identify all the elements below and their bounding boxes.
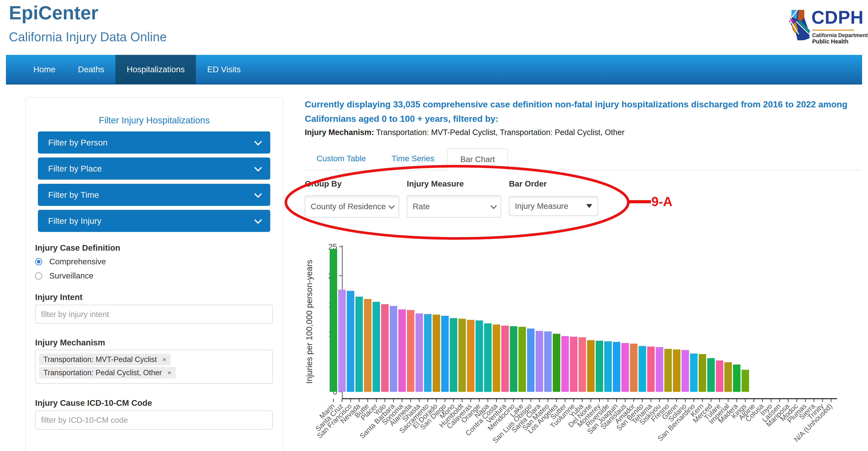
- mechanism-tag: Transportation: Pedal Cyclist, Other ×: [39, 367, 176, 379]
- accordion-filter-by-time[interactable]: Filter by Time: [38, 184, 270, 206]
- injury-measure-value: Rate: [413, 202, 430, 211]
- group-by-label: Group By: [305, 179, 342, 188]
- tab-time-series[interactable]: Time Series: [388, 154, 438, 163]
- active-filters-line: Injury Mechanism: Transportation: MVT-Pe…: [305, 128, 625, 137]
- active-filter-label: Injury Mechanism:: [305, 128, 374, 137]
- chevron-down-icon: [254, 216, 262, 224]
- injury-mechanism-multiselect[interactable]: Transportation: MVT-Pedal Cyclist × Tran…: [35, 350, 273, 384]
- injury-measure-label: Injury Measure: [407, 179, 464, 188]
- bar-chart: 0510152025Injuries per 100,000 person-ye…: [304, 244, 860, 451]
- injury-intent-label: Injury Intent: [35, 293, 83, 302]
- icd-code-input[interactable]: [35, 411, 273, 429]
- filter-panel: Filter Injury Hospitalizations Filter by…: [25, 97, 283, 451]
- logo-org-line1: California Department of: [812, 32, 868, 38]
- injury-intent-input[interactable]: [35, 305, 273, 324]
- chevron-down-icon: [254, 190, 262, 198]
- accordion-label: Filter by Place: [48, 164, 102, 174]
- bar-order-value: Injury Measure: [515, 202, 568, 211]
- tag-text: Transportation: MVT-Pedal Cyclist: [43, 355, 157, 364]
- nav-item-hospitalizations[interactable]: Hospitalizations: [115, 55, 196, 84]
- nav-item-ed-visits[interactable]: ED Visits: [196, 55, 252, 84]
- chevron-down-icon: [389, 203, 395, 209]
- group-by-select[interactable]: County of Residence: [305, 196, 399, 217]
- accordion-filter-by-person[interactable]: Filter by Person: [38, 131, 270, 154]
- page-subtitle: California Injury Data Online: [9, 30, 167, 44]
- bar-order-dropdown[interactable]: Injury Measure: [509, 196, 598, 216]
- logo-divider: [812, 30, 854, 31]
- active-filter-value: Transportation: MVT-Pedal Cyclist, Trans…: [374, 128, 624, 137]
- radio-surveillance[interactable]: [35, 272, 42, 279]
- radio-comprehensive[interactable]: [35, 258, 42, 265]
- chevron-down-icon: [254, 164, 262, 172]
- injury-measure-select[interactable]: Rate: [407, 196, 501, 217]
- accordion-filter-by-injury[interactable]: Filter by Injury: [38, 210, 270, 232]
- chevron-down-icon: [490, 203, 497, 209]
- tag-text: Transportation: Pedal Cyclist, Other: [43, 368, 162, 377]
- chevron-down-icon: [254, 138, 262, 146]
- remove-tag-icon[interactable]: ×: [167, 369, 172, 377]
- results-summary: Currently displaying 33,035 comprehensiv…: [305, 97, 868, 126]
- california-state-icon: [786, 5, 811, 44]
- remove-tag-icon[interactable]: ×: [162, 356, 166, 363]
- epicenter-page: EpiCenter California Injury Data Online …: [0, 0, 868, 451]
- filter-panel-title: Filter Injury Hospitalizations: [26, 115, 283, 125]
- svg-text:Injuries per 100,000 person-ye: Injuries per 100,000 person-years: [305, 260, 314, 384]
- tab-custom-table[interactable]: Custom Table: [313, 154, 370, 163]
- group-by-value: County of Residence: [311, 202, 386, 211]
- accordion-filter-by-place[interactable]: Filter by Place: [38, 157, 270, 180]
- mechanism-tag: Transportation: MVT-Pedal Cyclist ×: [39, 354, 170, 365]
- nav-item-deaths[interactable]: Deaths: [67, 55, 115, 84]
- cdph-acronym: CDPH: [811, 7, 864, 28]
- accordion-label: Filter by Time: [48, 190, 99, 200]
- logo-org-line2: Public Health: [812, 38, 848, 45]
- primary-nav: Home Deaths Hospitalizations ED Visits: [6, 55, 862, 85]
- accordion-label: Filter by Injury: [48, 216, 101, 226]
- tab-bar-chart[interactable]: Bar Chart: [447, 148, 508, 170]
- radio-label: Comprehensive: [49, 257, 106, 266]
- view-tabs: Custom Table Time Series Bar Chart: [305, 147, 860, 170]
- cdph-logo: CDPH California Department of Public Hea…: [786, 5, 859, 44]
- radio-row-surveillance[interactable]: Surveillance: [35, 271, 93, 280]
- injury-mechanism-label: Injury Mechanism: [35, 338, 105, 348]
- triangle-down-icon: [586, 204, 592, 208]
- accordion-label: Filter by Person: [48, 138, 107, 147]
- radio-label: Surveillance: [49, 271, 93, 280]
- nav-item-home[interactable]: Home: [22, 55, 67, 84]
- radio-row-comprehensive[interactable]: Comprehensive: [35, 257, 106, 266]
- page-title: EpiCenter: [9, 2, 98, 24]
- icd-code-label: Injury Cause ICD-10-CM Code: [35, 398, 152, 408]
- bar-order-label: Bar Order: [509, 179, 547, 188]
- annotation-callout-9A: 9-A: [651, 194, 672, 209]
- case-definition-label: Injury Case Definition: [35, 243, 120, 253]
